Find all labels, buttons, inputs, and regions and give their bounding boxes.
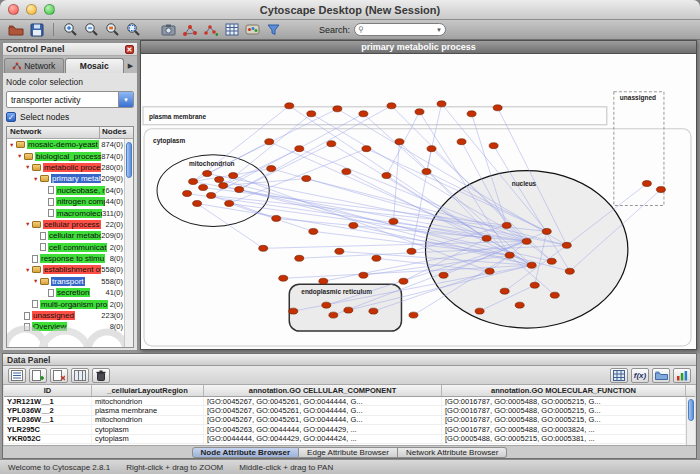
- network-view-title[interactable]: primary metabolic process: [141, 41, 696, 54]
- zoom-fit-button[interactable]: [124, 21, 143, 38]
- table-scrollbar[interactable]: [686, 397, 695, 445]
- zoom-in-button[interactable]: [61, 21, 80, 38]
- select-dropdown-arrow-icon[interactable]: ▼: [118, 92, 133, 107]
- network-node[interactable]: [333, 106, 342, 112]
- create-attribute-button[interactable]: [29, 368, 47, 383]
- tree-expander-icon[interactable]: ▼: [25, 164, 32, 170]
- grid-view-button[interactable]: [222, 21, 241, 38]
- network-node[interactable]: [193, 201, 202, 207]
- tab-node-attribute-browser[interactable]: Node Attribute Browser: [192, 447, 300, 458]
- filter-button[interactable]: [264, 21, 283, 38]
- open-session-button[interactable]: [6, 21, 25, 38]
- network-node[interactable]: [656, 187, 665, 193]
- network-node[interactable]: [399, 278, 408, 284]
- network-node[interactable]: [369, 308, 378, 314]
- table-row[interactable]: YJR121W__1mitochondrion[GO:0045267, GO:0…: [4, 397, 686, 406]
- network-node[interactable]: [482, 235, 491, 241]
- network-node[interactable]: [183, 191, 192, 197]
- chart-button[interactable]: [673, 368, 691, 383]
- network-node[interactable]: [289, 308, 298, 314]
- snapshot-button[interactable]: [159, 21, 178, 38]
- tree-item-metabolic-process[interactable]: ▼metabolic process280(0): [7, 162, 124, 173]
- network-node[interactable]: [335, 248, 344, 254]
- node-color-select[interactable]: transporter activity ▼: [6, 91, 134, 108]
- network-node[interactable]: [349, 222, 358, 228]
- network-node[interactable]: [207, 193, 216, 199]
- network-node[interactable]: [342, 169, 351, 175]
- network-node[interactable]: [387, 103, 396, 109]
- network-node[interactable]: [527, 262, 536, 268]
- tree-item-cellular-metabol[interactable]: cellular metabol209(0): [7, 230, 124, 241]
- tree-item-nucleobase-nucl[interactable]: nucleobase, nucl64(0): [7, 185, 124, 196]
- import-attributes-button[interactable]: [652, 368, 670, 383]
- network-node[interactable]: [215, 177, 224, 183]
- network-node[interactable]: [642, 181, 651, 187]
- network-node[interactable]: [189, 179, 198, 185]
- network-node[interactable]: [319, 278, 328, 284]
- network-node[interactable]: [265, 139, 274, 145]
- network-node[interactable]: [493, 105, 502, 111]
- table-row[interactable]: YPL036W__1mitochondrion[GO:0045267, GO:0…: [4, 416, 686, 425]
- tree-item-macromolecule[interactable]: macromolecule311(0): [7, 207, 124, 218]
- tab-network[interactable]: Network: [4, 58, 64, 73]
- tree-scrollbar[interactable]: [124, 139, 133, 347]
- table-row[interactable]: YPL036W__2plasma membrane[GO:0045267, GO…: [4, 406, 686, 415]
- network-node[interactable]: [235, 187, 244, 193]
- zoom-selected-button[interactable]: [103, 21, 122, 38]
- network-node[interactable]: [427, 146, 436, 152]
- network-node[interactable]: [279, 275, 288, 281]
- network-node[interactable]: [372, 255, 381, 261]
- network-node[interactable]: [322, 302, 331, 308]
- network-canvas[interactable]: plasma membranecytoplasmmitochondrionnuc…: [141, 54, 696, 349]
- network-node[interactable]: [407, 248, 416, 254]
- network-node[interactable]: [547, 258, 556, 264]
- network-node[interactable]: [395, 139, 404, 145]
- tab-network-attribute-browser[interactable]: Network Attribute Browser: [398, 447, 507, 458]
- tree-expander-icon[interactable]: ▼: [25, 267, 32, 273]
- network-node[interactable]: [502, 222, 511, 228]
- network-node[interactable]: [562, 242, 571, 248]
- network-node[interactable]: [505, 252, 514, 258]
- column-header[interactable]: annotation.GO MOLECULAR_FUNCTION: [442, 385, 686, 396]
- network-node[interactable]: [422, 169, 431, 175]
- network-node[interactable]: [542, 228, 551, 234]
- tree-header-network[interactable]: Network: [7, 127, 100, 138]
- tree-item-cellular-process[interactable]: ▼cellular process22(0): [7, 219, 124, 230]
- network-node[interactable]: [409, 312, 418, 318]
- column-settings-button[interactable]: [71, 368, 89, 383]
- network-node[interactable]: [267, 166, 276, 172]
- network-node[interactable]: [344, 307, 353, 313]
- network-node[interactable]: [302, 176, 311, 182]
- table-row[interactable]: YKR052Ccytoplasm[GO:0044444, GO:0044429,…: [4, 435, 686, 444]
- network-node[interactable]: [475, 308, 484, 314]
- tree-expander-icon[interactable]: ▼: [25, 221, 32, 227]
- search-options-arrow-icon[interactable]: ▼: [436, 27, 442, 33]
- network-node[interactable]: [327, 141, 336, 147]
- tree-header-nodes[interactable]: Nodes: [100, 127, 133, 138]
- tree-expander-icon[interactable]: ▼: [33, 176, 40, 182]
- network-node[interactable]: [522, 238, 531, 244]
- tree-expander-icon[interactable]: ▼: [9, 142, 16, 148]
- network-node[interactable]: [359, 272, 368, 278]
- network-node[interactable]: [307, 111, 316, 117]
- vizmapper-button[interactable]: [243, 21, 262, 38]
- table-row[interactable]: YDR039C__1mitochondrion[GO:0045267, GO:0…: [4, 444, 686, 445]
- tree-item-primary-metabolic[interactable]: ▼primary metabolic209(0): [7, 173, 124, 184]
- tree-item-transport[interactable]: ▼transport558(0): [7, 276, 124, 287]
- tree-expander-icon[interactable]: ▼: [33, 278, 40, 284]
- new-network-button[interactable]: [201, 21, 220, 38]
- network-node[interactable]: [457, 139, 466, 145]
- tab-scroll-right-icon[interactable]: ▶: [125, 58, 136, 73]
- table-row[interactable]: YLR295Ccytoplasm[GO:0045263, GO:0044444,…: [4, 425, 686, 434]
- network-node[interactable]: [439, 272, 448, 278]
- network-node[interactable]: [389, 218, 398, 224]
- zoom-out-button[interactable]: [82, 21, 101, 38]
- network-node[interactable]: [415, 109, 424, 115]
- network-node[interactable]: [382, 173, 391, 179]
- tree-item-establishment-of-lo[interactable]: ▼establishment of lo558(0): [7, 264, 124, 275]
- tree-item-secretion[interactable]: secretion41(0): [7, 287, 124, 298]
- save-session-button[interactable]: [27, 21, 46, 38]
- network-node[interactable]: [359, 111, 368, 117]
- network-node[interactable]: [259, 245, 268, 251]
- network-node[interactable]: [272, 215, 281, 221]
